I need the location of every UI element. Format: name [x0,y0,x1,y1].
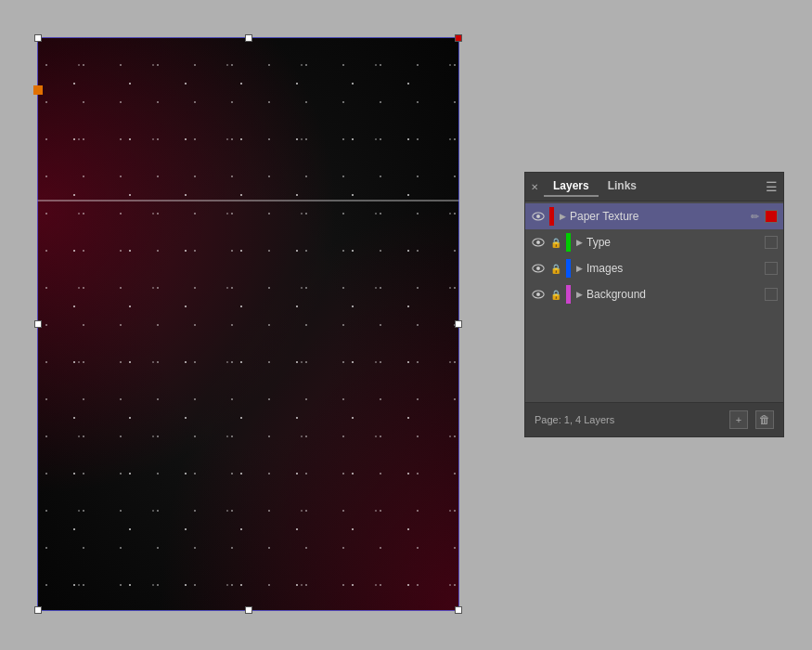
eye-icon-images[interactable] [531,261,546,276]
eye-icon-type[interactable] [531,235,546,250]
footer-icons: + 🗑 [729,410,774,429]
layer-thumb-type[interactable] [765,236,778,249]
tab-layers[interactable]: Layers [544,176,599,197]
expand-icon-images[interactable]: ▶ [576,264,583,273]
canvas-document [37,37,459,611]
pen-icon-paper-texture: ✏ [751,211,759,223]
layers-list: ▶ Paper Texture ✏ 🔒 ▶ Type [525,202,783,309]
panel-footer: Page: 1, 4 Layers + 🗑 [525,402,783,436]
layer-name-paper-texture: Paper Texture [570,210,751,223]
layer-row-images[interactable]: 🔒 ▶ Images [525,255,783,281]
svg-point-7 [536,292,540,296]
color-bar-type [566,233,571,252]
expand-icon-paper-texture[interactable]: ▶ [560,212,566,221]
eye-icon-paper-texture[interactable] [531,209,546,224]
svg-point-3 [536,240,540,244]
panel-tabs: Layers Links [544,176,766,197]
add-layer-icon: + [736,414,741,425]
add-layer-button[interactable]: + [729,410,748,429]
expand-icon-background[interactable]: ▶ [576,290,583,299]
delete-layer-button[interactable]: 🗑 [755,410,774,429]
color-bar-paper-texture [549,207,554,226]
lock-icon-images[interactable]: 🔒 [549,262,562,275]
layer-thumb-images[interactable] [765,262,778,275]
lock-icon-background[interactable]: 🔒 [549,288,562,301]
panel-spacer [525,309,783,402]
orange-indicator [33,85,43,95]
eye-icon-background[interactable] [531,287,546,302]
lock-icon-type[interactable]: 🔒 [549,236,562,249]
noise-texture [37,37,459,611]
canvas-area [28,28,469,622]
layer-row-type[interactable]: 🔒 ▶ Type [525,229,783,255]
color-bar-background [566,285,571,304]
layer-row-background[interactable]: 🔒 ▶ Background [525,281,783,307]
layer-name-images: Images [586,262,765,275]
svg-point-1 [536,214,540,218]
layer-thumb-background[interactable] [765,288,778,301]
layer-name-background: Background [586,288,765,301]
tab-links[interactable]: Links [599,176,646,197]
layer-row-paper-texture[interactable]: ▶ Paper Texture ✏ [525,203,783,229]
delete-layer-icon: 🗑 [759,413,770,426]
page-info-text: Page: 1, 4 Layers [535,414,614,425]
panel-menu-icon[interactable]: ☰ [766,179,778,194]
layer-name-type: Type [586,236,765,249]
panel-close-button[interactable]: ✕ [531,182,538,192]
expand-icon-type[interactable]: ▶ [576,238,583,247]
panel-title-bar: ✕ Layers Links ☰ [525,173,783,202]
layers-panel: ✕ Layers Links ☰ ▶ Paper Texture ✏ [524,172,784,437]
color-bar-images [566,259,571,278]
svg-point-5 [536,266,540,270]
layer-thumb-paper-texture[interactable] [765,210,778,223]
